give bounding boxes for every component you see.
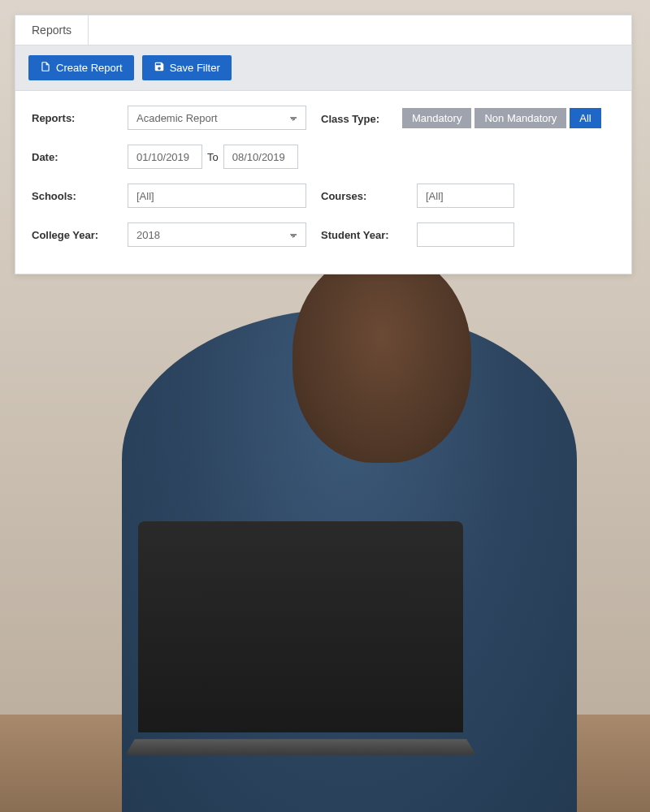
toolbar: Create Report Save Filter xyxy=(15,45,631,91)
class-type-non-mandatory[interactable]: Non Mandatory xyxy=(474,108,566,128)
schools-input[interactable] xyxy=(128,184,306,208)
date-label: Date: xyxy=(32,151,113,163)
date-from-input[interactable] xyxy=(128,145,202,169)
laptop-screen-shape xyxy=(138,521,463,732)
courses-label: Courses: xyxy=(321,190,402,202)
college-year-label: College Year: xyxy=(32,229,113,241)
laptop-base-shape xyxy=(125,739,476,755)
create-report-button[interactable]: Create Report xyxy=(28,55,134,80)
class-type-mandatory[interactable]: Mandatory xyxy=(402,108,471,128)
save-filter-label: Save Filter xyxy=(170,62,220,74)
class-type-label: Class Type: xyxy=(321,108,388,125)
student-year-label: Student Year: xyxy=(321,229,402,241)
class-type-toggle-group: Mandatory Non Mandatory All xyxy=(402,108,601,128)
tab-reports[interactable]: Reports xyxy=(15,15,89,45)
tab-bar: Reports xyxy=(15,15,631,45)
schools-label: Schools: xyxy=(32,190,113,202)
class-type-all[interactable]: All xyxy=(570,108,600,128)
document-icon xyxy=(40,61,51,75)
reports-panel: Reports Create Report Save Filter Report… xyxy=(15,15,632,274)
save-filter-button[interactable]: Save Filter xyxy=(142,55,232,80)
student-year-input[interactable] xyxy=(417,222,514,247)
reports-label: Reports: xyxy=(32,112,113,124)
courses-input[interactable] xyxy=(417,184,514,208)
date-to-input[interactable] xyxy=(223,145,298,169)
date-range: To xyxy=(128,145,306,169)
form-area: Reports: Academic Report Class Type: Man… xyxy=(15,91,631,255)
save-icon xyxy=(154,61,165,75)
college-year-select[interactable]: 2018 xyxy=(128,222,306,247)
reports-select[interactable]: Academic Report xyxy=(128,106,306,130)
head-shape xyxy=(292,252,471,463)
create-report-label: Create Report xyxy=(56,62,123,74)
date-separator: To xyxy=(207,151,219,163)
